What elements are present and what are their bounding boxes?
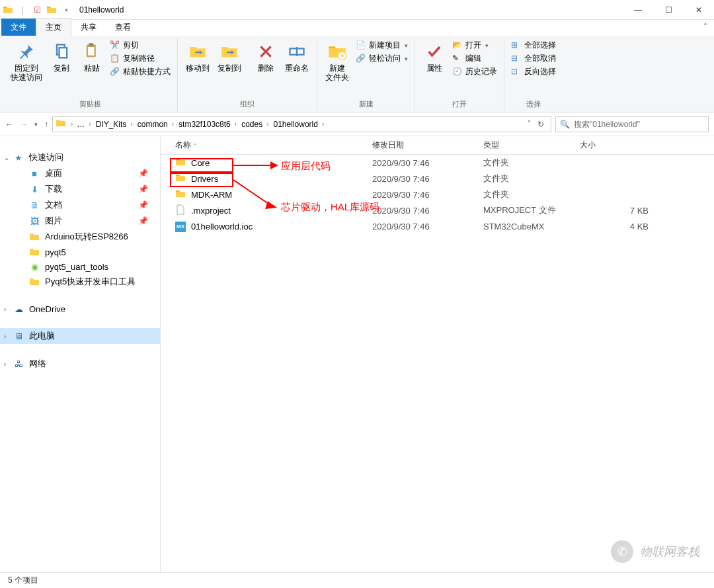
- breadcrumb[interactable]: DIY_Kits›: [96, 120, 136, 129]
- watermark: ✆ 物联网客栈: [611, 540, 699, 563]
- history-button[interactable]: 🕘历史记录: [452, 66, 497, 77]
- file-row[interactable]: .mxproject2020/9/30 7:46MXPROJECT 文件7 KB: [161, 202, 714, 218]
- column-header-name[interactable]: 名称˄: [161, 140, 367, 151]
- sidebar-item-downloads[interactable]: ⬇下载📌: [0, 181, 160, 197]
- chevron-right-icon[interactable]: ›: [128, 120, 135, 128]
- sidebar-item-desktop[interactable]: ■桌面📌: [0, 165, 160, 181]
- pin-quick-access-button[interactable]: 固定到 快速访问: [7, 38, 46, 85]
- maximize-button[interactable]: ☐: [653, 0, 684, 20]
- search-input[interactable]: [574, 120, 704, 129]
- file-row[interactable]: MDK-ARM2020/9/30 7:46文件夹: [161, 187, 714, 202]
- delete-button[interactable]: 删除: [251, 38, 281, 75]
- breadcrumb[interactable]: stm32f103c8t6›: [178, 120, 239, 129]
- copy-to-button[interactable]: 复制到: [214, 38, 245, 75]
- tab-home[interactable]: 主页: [36, 18, 71, 36]
- sidebar-item-folder[interactable]: ◉pyqt5_uart_tools: [0, 259, 160, 274]
- sidebar-item-folder[interactable]: Arduino玩转ESP8266: [0, 229, 160, 245]
- documents-icon: 🗎: [29, 200, 40, 210]
- chevron-right-icon[interactable]: ›: [4, 333, 6, 340]
- nav-up-button[interactable]: ↑: [44, 120, 48, 129]
- search-box[interactable]: 🔍: [555, 116, 709, 132]
- cut-button[interactable]: ✂️剪切: [110, 40, 171, 51]
- address-dropdown-icon[interactable]: ˅: [528, 120, 531, 129]
- open-button[interactable]: 📂打开▾: [452, 40, 497, 51]
- file-date: 2020/9/30 7:46: [367, 158, 478, 168]
- close-button[interactable]: ✕: [684, 0, 714, 20]
- chevron-right-icon[interactable]: ›: [169, 120, 177, 128]
- checkbox-icon[interactable]: ☑: [32, 5, 42, 15]
- chevron-down-icon[interactable]: ⌄: [4, 154, 9, 161]
- sidebar-item-quick-access[interactable]: ⌄ ★ 快速访问: [0, 149, 160, 165]
- sidebar-item-this-pc[interactable]: › 🖥 此电脑: [0, 328, 160, 344]
- new-item-label: 新建项目: [369, 40, 401, 51]
- sidebar-item-network[interactable]: › 🖧 网络: [0, 356, 160, 372]
- chevron-right-icon[interactable]: ›: [86, 120, 93, 128]
- sidebar-item-pictures[interactable]: 🖼图片📌: [0, 213, 160, 229]
- copy-button[interactable]: 复制: [46, 38, 77, 75]
- breadcrumb[interactable]: 01helloworld›: [274, 120, 327, 129]
- file-icon: [175, 189, 186, 201]
- folder-icon: [29, 276, 40, 287]
- qat-dropdown-icon[interactable]: ▾: [61, 5, 71, 15]
- chevron-right-icon[interactable]: ›: [264, 120, 271, 128]
- paste-shortcut-icon: 🔗: [110, 67, 120, 77]
- pin-icon: 📌: [138, 200, 148, 210]
- star-icon: ★: [13, 152, 24, 163]
- paste-shortcut-label: 粘贴快捷方式: [123, 66, 171, 77]
- column-header-date[interactable]: 修改日期: [367, 140, 478, 151]
- tab-file[interactable]: 文件: [1, 19, 36, 36]
- sidebar-label: 文档: [45, 199, 62, 211]
- paste-shortcut-button[interactable]: 🔗粘贴快捷方式: [110, 66, 171, 77]
- new-folder-button[interactable]: ✦ 新建 文件夹: [321, 38, 353, 85]
- sidebar-item-documents[interactable]: 🗎文档📌: [0, 197, 160, 213]
- select-none-icon: ⊟: [511, 54, 522, 64]
- chevron-right-icon[interactable]: ›: [319, 120, 327, 128]
- file-row[interactable]: Drivers2020/9/30 7:46文件夹: [161, 171, 714, 187]
- download-icon: ⬇: [29, 184, 40, 194]
- move-to-button[interactable]: 移动到: [182, 38, 214, 75]
- address-bar[interactable]: › … › DIY_Kits› common› stm32f103c8t6› c…: [52, 116, 551, 132]
- select-none-button[interactable]: ⊟全部取消: [511, 53, 556, 64]
- sidebar-item-folder[interactable]: pyqt5: [0, 245, 160, 259]
- sidebar-item-onedrive[interactable]: › ☁ OneDrive: [0, 302, 160, 316]
- title-bar: | ☑ ▾ 01helloworld — ☐ ✕: [0, 0, 714, 20]
- file-icon: [175, 204, 186, 217]
- file-row[interactable]: Core2020/9/30 7:46文件夹: [161, 155, 714, 171]
- invert-icon: ⊡: [511, 67, 522, 77]
- edit-icon: ✎: [452, 54, 463, 64]
- chevron-right-icon[interactable]: ›: [4, 360, 6, 368]
- column-header-size[interactable]: 大小: [575, 140, 654, 151]
- breadcrumb[interactable]: codes›: [241, 120, 271, 129]
- nav-back-button[interactable]: ←: [5, 120, 13, 129]
- sidebar-label: 图片: [45, 215, 62, 227]
- file-row[interactable]: MX01helloworld.ioc2020/9/30 7:46STM32Cub…: [161, 218, 714, 234]
- tab-view[interactable]: 查看: [106, 19, 140, 36]
- easy-access-button[interactable]: 🔗轻松访问▾: [356, 53, 408, 64]
- chevron-right-icon[interactable]: ›: [232, 120, 239, 128]
- breadcrumb[interactable]: common›: [138, 120, 177, 129]
- chevron-right-icon[interactable]: ›: [4, 306, 6, 313]
- file-name: MDK-ARM: [191, 190, 232, 200]
- sidebar-item-folder[interactable]: Pyqt5快速开发串口工具: [0, 274, 160, 290]
- paste-icon: [81, 41, 102, 62]
- paste-button[interactable]: 粘贴: [77, 38, 107, 75]
- svg-text:✦: ✦: [340, 52, 345, 60]
- group-label-organize: 组织: [182, 98, 313, 112]
- edit-button[interactable]: ✎编辑: [452, 53, 497, 64]
- chevron-right-icon[interactable]: ›: [68, 120, 75, 128]
- rename-button[interactable]: 重命名: [281, 38, 313, 75]
- file-name: Core: [191, 158, 210, 168]
- nav-recent-button[interactable]: ▾: [34, 121, 38, 128]
- tab-share[interactable]: 共享: [71, 19, 106, 36]
- easy-access-label: 轻松访问: [369, 53, 401, 64]
- column-header-type[interactable]: 类型: [478, 140, 575, 151]
- minimize-button[interactable]: —: [623, 0, 653, 20]
- refresh-icon[interactable]: ↻: [537, 120, 544, 129]
- properties-button[interactable]: 属性: [419, 38, 450, 75]
- select-all-button[interactable]: ⊞全部选择: [511, 40, 556, 51]
- copy-path-button[interactable]: 📋复制路径: [110, 53, 171, 64]
- new-item-button[interactable]: 📄新建项目▾: [356, 40, 408, 51]
- file-type: STM32CubeMX: [478, 222, 575, 231]
- ribbon-collapse-icon[interactable]: ˄: [703, 22, 707, 32]
- invert-selection-button[interactable]: ⊡反向选择: [511, 66, 556, 77]
